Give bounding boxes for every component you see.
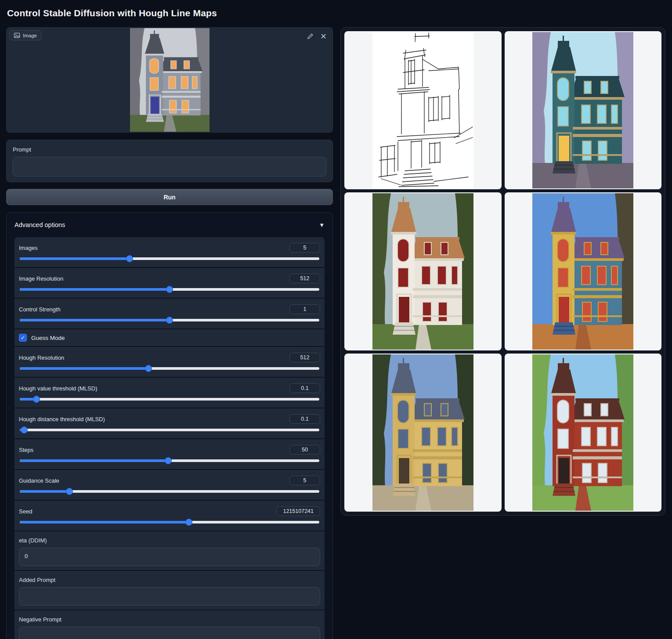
slider-thumb[interactable] [166,286,173,293]
gallery-item-4[interactable] [344,354,502,512]
hough-line-map-image [372,32,473,188]
clear-image-button[interactable] [318,31,328,41]
textbox-label: eta (DDIM) [19,537,320,544]
slider-track[interactable] [20,490,319,493]
slider-label: Guidance Scale [19,477,59,484]
gallery-item-1[interactable] [505,31,662,189]
slider-track[interactable] [20,429,319,431]
slider-header: Control Strength 1 [19,304,320,314]
prompt-label: Prompt [13,146,326,153]
slider-track[interactable] [20,521,319,523]
slider-label: Control Strength [19,306,61,313]
slider-value-box[interactable]: 50 [289,445,320,455]
image-icon [14,32,20,39]
seed-slider: Seed 1215107241 [14,501,325,531]
advanced-options-title: Advanced options [14,221,65,228]
slider-thumb[interactable] [185,519,192,526]
slider-thumb[interactable] [145,365,152,372]
slider-fill [20,367,148,370]
prompt-input[interactable] [13,157,326,177]
slider-header: Steps 50 [19,445,320,455]
advanced-options-header[interactable]: Advanced options ▼ [14,213,325,237]
gallery-item-2[interactable] [344,192,502,350]
slider-value-box[interactable]: 1215107241 [276,506,320,516]
text-input[interactable]: 0 [19,548,320,566]
input-image-block: Image [6,27,333,133]
slider-thumb[interactable] [66,488,73,495]
slider-fill [20,490,69,493]
slider-header: Hough distance threshold (MLSD) 0.1 [19,414,320,424]
app: Control Stable Diffusion with Hough Line… [0,0,672,639]
eta-ddim-input: eta (DDIM) 0 [14,531,325,570]
slider-fill [20,257,130,260]
advanced-rows: Images 5 Image Resolution 512 Control St… [14,237,325,639]
slider-track[interactable] [20,367,319,370]
slider-fill [20,459,168,462]
slider-value-box[interactable]: 0.1 [289,383,320,393]
slider-header: Images 5 [19,243,320,253]
edit-image-button[interactable] [305,31,315,41]
slider-track[interactable] [20,319,319,321]
slider-label: Hough value threshold (MLSD) [19,385,97,392]
guidance-scale-slider: Guidance Scale 5 [14,470,325,500]
hough-distance-threshold-slider: Hough distance threshold (MLSD) 0.1 [14,408,325,438]
input-image-label-text: Image [23,33,37,38]
slider-thumb[interactable] [33,396,40,403]
slider-thumb[interactable] [166,317,173,324]
text-input[interactable] [19,587,320,606]
checkbox-label: Guess Mode [31,335,65,341]
slider-label: Hough distance threshold (MLSD) [19,416,105,422]
slider-fill [20,288,170,291]
generated-image-1 [532,32,633,188]
checkbox-box[interactable]: ✓ [19,334,27,342]
controls-column: Image [6,27,333,639]
images-slider: Images 5 [14,237,325,267]
run-button[interactable]: Run [6,189,333,205]
slider-value-box[interactable]: 0.1 [289,414,320,424]
generated-image-4 [372,354,473,511]
prompt-block: Prompt [6,140,333,182]
slider-track[interactable] [20,459,319,462]
slider-value-box[interactable]: 512 [289,353,320,362]
slider-value-box[interactable]: 5 [289,476,320,485]
control-strength-slider: Control Strength 1 [14,299,325,329]
guess-mode-checkbox: ✓ Guess Mode [14,329,325,346]
gallery-item-5[interactable] [505,354,662,512]
steps-slider: Steps 50 [14,439,325,469]
slider-thumb[interactable] [165,457,172,464]
slider-header: Seed 1215107241 [19,506,320,516]
slider-value-box[interactable]: 512 [289,274,320,283]
slider-label: Steps [19,447,33,453]
generated-image-2 [372,193,473,350]
slider-header: Hough value threshold (MLSD) 0.1 [19,383,320,393]
advanced-options-accordion: Advanced options ▼ Images 5 Image Resolu… [6,212,333,639]
page-title: Control Stable Diffusion with Hough Line… [7,8,665,18]
gallery-item-line-map[interactable] [344,31,502,189]
slider-track[interactable] [20,398,319,401]
image-resolution-slider: Image Resolution 512 [14,268,325,298]
slider-label: Seed [19,508,32,515]
chevron-down-icon: ▼ [319,222,325,228]
slider-thumb[interactable] [21,426,28,433]
slider-label: Images [19,245,38,251]
input-image-actions [305,31,328,41]
generated-image-5 [532,354,633,511]
text-input[interactable] [19,627,320,639]
gallery-item-3[interactable] [505,192,662,350]
generated-image-3 [532,193,633,350]
slider-header: Image Resolution 512 [19,274,320,283]
slider-value-box[interactable]: 1 [289,304,320,314]
textbox-label: Negative Prompt [19,616,320,623]
hough-value-threshold-slider: Hough value threshold (MLSD) 0.1 [14,378,325,408]
slider-track[interactable] [20,257,319,260]
slider-header: Hough Resolution 512 [19,353,320,362]
textbox-label: Added Prompt [19,577,320,583]
slider-label: Image Resolution [19,275,63,282]
output-gallery [340,27,665,516]
input-image-preview[interactable] [130,28,210,132]
slider-value-box[interactable]: 5 [289,243,320,253]
slider-header: Guidance Scale 5 [19,476,320,485]
hough-resolution-slider: Hough Resolution 512 [14,347,325,377]
slider-track[interactable] [20,288,319,291]
slider-thumb[interactable] [126,255,133,262]
